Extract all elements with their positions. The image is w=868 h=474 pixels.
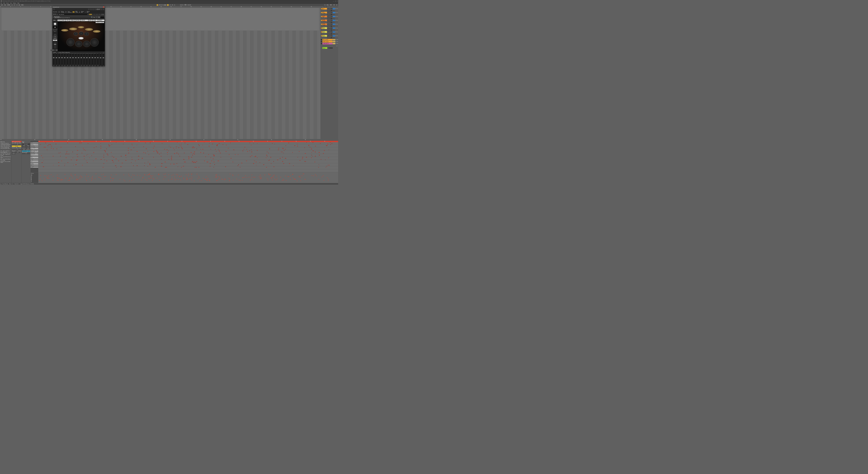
midi-note[interactable]	[288, 143, 289, 143]
tom-icon[interactable]	[79, 32, 84, 35]
midi-note[interactable]	[137, 151, 138, 152]
midi-note[interactable]	[251, 145, 251, 145]
midi-note[interactable]	[320, 143, 321, 144]
midi-note[interactable]	[143, 147, 144, 147]
velocity-dot[interactable]	[103, 174, 104, 175]
midi-note[interactable]	[251, 152, 252, 152]
velocity-dot[interactable]	[80, 179, 81, 179]
note-tool-icon[interactable]: ✎	[22, 143, 23, 143]
midi-note[interactable]	[282, 157, 283, 158]
ext-sync-button[interactable]: Ext	[72, 11, 74, 12]
velocity-dot[interactable]	[192, 173, 192, 174]
bar-marker[interactable]: 41	[200, 6, 210, 8]
velocity-dot[interactable]	[44, 180, 45, 180]
velocity-dot[interactable]	[324, 180, 324, 181]
clip-color-icon[interactable]: ◆	[12, 141, 13, 142]
velocity-dot[interactable]	[100, 178, 101, 178]
midi-note[interactable]	[178, 166, 178, 167]
velocity-dot[interactable]	[75, 175, 75, 175]
velocity-dot[interactable]	[260, 176, 261, 176]
bar-marker[interactable]: 53	[260, 6, 270, 8]
midi-note[interactable]	[149, 164, 150, 165]
velocity-dot[interactable]	[159, 175, 159, 175]
midi-note[interactable]	[45, 147, 46, 147]
track-arm-icon[interactable]	[321, 20, 322, 21]
velocity-dot[interactable]	[57, 180, 57, 181]
velocity-dot[interactable]	[59, 178, 60, 179]
midi-note[interactable]	[86, 161, 87, 161]
maximize-icon[interactable]: ▢	[335, 1, 336, 2]
velocity-dot[interactable]	[295, 179, 295, 179]
velocity-dot[interactable]	[249, 177, 249, 177]
mixer-channel[interactable]: aux 2 +0.0	[99, 53, 102, 66]
mixer-channel[interactable]: Rack To +0.0 15|16	[72, 53, 74, 66]
velocity-dot[interactable]	[163, 179, 164, 179]
velocity-dot[interactable]	[230, 181, 230, 181]
midi-note[interactable]	[105, 152, 105, 152]
midi-note[interactable]	[283, 149, 283, 149]
midi-note[interactable]	[42, 158, 43, 158]
velocity-dot[interactable]	[312, 175, 312, 176]
velocity-dot[interactable]	[274, 175, 274, 175]
instrument-tab[interactable]: SNARE	[61, 20, 65, 21]
velocity-dot[interactable]	[302, 176, 302, 176]
midi-note[interactable]	[157, 153, 158, 153]
kick-icon[interactable]	[83, 41, 90, 47]
note-range[interactable]: A#-1–A#2	[22, 144, 30, 145]
velocity-dot[interactable]	[292, 174, 293, 175]
midi-note[interactable]	[270, 157, 271, 158]
midi-note[interactable]	[171, 158, 172, 158]
midi-note[interactable]	[228, 148, 229, 149]
velocity-dot[interactable]	[149, 174, 149, 175]
midi-note[interactable]	[315, 156, 316, 156]
midi-note[interactable]	[326, 167, 326, 167]
channel-fader[interactable]	[67, 55, 68, 65]
midi-note[interactable]	[40, 145, 41, 145]
midi-note[interactable]	[256, 165, 256, 165]
velocity-dot[interactable]	[301, 178, 301, 178]
bar-marker[interactable]: 47	[230, 6, 240, 8]
midi-note[interactable]	[72, 158, 73, 158]
velocity-dot[interactable]	[98, 177, 99, 178]
velocity-dot[interactable]	[299, 176, 299, 177]
midi-note[interactable]	[67, 151, 68, 152]
midi-note[interactable]	[211, 161, 212, 161]
velocity-dot[interactable]	[215, 177, 215, 178]
velocity-dot[interactable]	[149, 178, 149, 179]
scale-toggle[interactable]: Scale	[12, 153, 16, 154]
velocity-dot[interactable]	[69, 180, 70, 180]
channel-route[interactable]: 15|16	[72, 66, 74, 66]
velocity-dot[interactable]	[191, 179, 191, 179]
channel-route[interactable]: 9|10	[64, 66, 65, 66]
velocity-dot[interactable]	[188, 174, 189, 174]
midi-note[interactable]	[299, 151, 299, 152]
time-marker[interactable]: :14	[237, 139, 271, 140]
time-marker[interactable]: :10	[169, 139, 203, 140]
velocity-dot[interactable]	[58, 180, 59, 181]
midi-note[interactable]	[66, 158, 67, 158]
velocity-dot[interactable]	[187, 179, 188, 180]
midi-note[interactable]	[58, 153, 59, 153]
midi-note[interactable]	[105, 151, 106, 151]
velocity-dot[interactable]	[69, 180, 69, 181]
midi-note[interactable]	[154, 146, 155, 147]
cpu-high[interactable]: HIGH	[53, 39, 57, 41]
channel-fader[interactable]	[95, 55, 95, 65]
midi-note[interactable]	[53, 156, 54, 156]
midi-note[interactable]	[170, 147, 171, 147]
midi-note[interactable]	[168, 159, 169, 160]
midi-note[interactable]	[104, 160, 105, 160]
track-routing[interactable]: Drum Bus ▾	[327, 28, 332, 29]
channel-fader[interactable]	[70, 55, 70, 65]
velocity-dot[interactable]	[112, 178, 113, 179]
velocity-dot[interactable]	[229, 179, 230, 179]
track-row[interactable]: Rack Tom 2 Drum Bus ▾ 10 S●	[321, 31, 338, 33]
midi-note[interactable]	[234, 150, 235, 150]
track-volume[interactable]: 8	[333, 24, 336, 25]
velocity-dot[interactable]	[66, 178, 66, 178]
midi-note[interactable]	[137, 145, 137, 145]
snapshot-icon[interactable]: 📷	[91, 17, 92, 18]
midi-note[interactable]	[122, 163, 123, 163]
channel-fader[interactable]	[62, 55, 62, 65]
solo-button[interactable]: S	[336, 8, 337, 9]
